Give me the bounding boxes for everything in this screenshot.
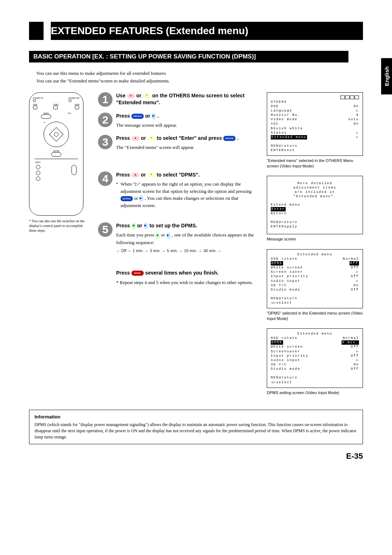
remote-wide-button	[75, 106, 79, 109]
remote-btn-a	[36, 171, 40, 175]
remote-vol-label: VOL	[68, 112, 71, 114]
remote-diagram: POWER ON POWER OFF RGB VIDEO	[29, 92, 83, 216]
bullet-icon: •	[116, 181, 121, 209]
step-3-note: The "Extended menu" screen will appear.	[116, 144, 260, 151]
information-box: Information DPMS (which stands for "disp…	[29, 410, 363, 444]
step-5: 5 Press or to set up the DPMS. Each time…	[98, 222, 260, 253]
step-1: 1 Use or on the OTHERS Menu screen to se…	[98, 92, 260, 107]
remote-menu-label: MENU	[41, 112, 51, 114]
step-4-bullet: When "▷" appears to the right of an opti…	[121, 181, 260, 209]
step-3: 3 Press or to select "Enter" and press E…	[98, 135, 260, 151]
up-button-icon	[131, 173, 139, 177]
step-5-note: Each time you press or , one of the avai…	[116, 231, 260, 246]
osd-icon	[340, 96, 345, 99]
osd-screen-2: More detailed adjustment items are inclu…	[267, 176, 363, 234]
step-5-number: 5	[98, 222, 113, 237]
right-button-icon	[144, 223, 148, 229]
remote-poweron-label: POWER ON	[33, 97, 43, 99]
left-button-icon	[155, 232, 160, 239]
remote-wide-label: WIDE	[75, 104, 79, 106]
step-4-number: 4	[98, 171, 113, 186]
remote-footnote: * You can also use the switches on the d…	[29, 219, 91, 233]
osd-icon	[345, 96, 350, 99]
section-subtitle: BASIC OPERATION [EX. : SETTING UP POWER …	[29, 51, 348, 62]
enter-button-icon: ENTER	[121, 196, 133, 201]
title-bar: EXTENDED FEATURES (Extended menu)	[29, 22, 363, 40]
osd-caption-4: DPMS setting screen (Video Input Mode)	[267, 390, 363, 395]
right-button-icon	[166, 232, 171, 239]
information-title: Information	[34, 414, 358, 420]
remote-vert-button	[72, 165, 77, 175]
remote-shift-button	[36, 165, 40, 169]
information-body: DPMS (which stands for "display power ma…	[34, 422, 358, 440]
remote-poweron-led	[33, 99, 36, 102]
page-number: E-35	[29, 451, 363, 461]
up-button-icon	[131, 136, 139, 141]
language-tab: English	[381, 58, 392, 94]
up-button-icon	[127, 94, 135, 98]
remote-enter-label: ENTER	[51, 150, 62, 152]
remote-rgb-button	[33, 106, 37, 109]
step-2-title: Press ENTER or .	[116, 113, 260, 120]
left-button-icon	[131, 223, 136, 229]
remote-menu-button	[41, 114, 51, 119]
step-3-number: 3	[98, 135, 113, 149]
step-5-sequence: → Off ↔ 1 min. ↔ 3 min. ↔ 5 min. ↔ 10 mi…	[116, 249, 260, 253]
remote-dpad	[44, 122, 69, 147]
osd-screen-3: Extended menuOSD rotateNormal DPMSOff Wh…	[267, 249, 363, 309]
step-4: 4 Press or to select "DPMS". • When "▷" …	[98, 171, 260, 209]
remote-btn-b	[36, 177, 40, 181]
step-finish-title: Press MENU several times when you finish…	[116, 270, 260, 277]
step-2: 2 Press ENTER or . The message screen wi…	[98, 113, 260, 129]
right-button-icon	[152, 113, 156, 119]
osd-caption-2: Message screen	[267, 236, 363, 242]
page-title: EXTENDED FEATURES (Extended menu)	[51, 22, 363, 40]
step-4-title: Press or to select "DPMS".	[116, 171, 260, 179]
osd-icon	[355, 96, 359, 99]
step-1-number: 1	[98, 92, 113, 107]
intro-text: You can use this menu to make adjustment…	[36, 70, 363, 85]
osd-screen-4: Extended menuOSD rotateNormal DPMS5 min.…	[267, 328, 363, 388]
title-block-icon	[29, 22, 44, 40]
step-1-title: Use or on the OTHERS Menu screen to sele…	[116, 92, 260, 106]
step-finish: Press MENU several times when you finish…	[98, 270, 260, 286]
down-button-icon	[143, 94, 151, 98]
menu-button-icon: MENU	[131, 271, 144, 276]
step-finish-note: * Repeat steps 4 and 5 when you wish to …	[116, 279, 260, 286]
enter-button-icon: ENTER	[223, 136, 236, 141]
remote-enter-button	[51, 152, 61, 157]
osd-caption-3: "DPMS" selected in the Extended menu scr…	[267, 311, 363, 321]
remote-rgb-label: RGB	[33, 104, 37, 106]
osd-screen-1: OTHERS OSDOn Language▷ Monitor No.0 Vide…	[267, 92, 363, 156]
osd-icon	[350, 96, 354, 99]
remote-poweroff-label: POWER OFF	[69, 97, 79, 99]
step-3-title: Press or to select "Enter" and press ENT…	[116, 135, 260, 142]
step-2-note: The message screen will appear.	[116, 122, 260, 129]
intro-line-1: You can use this menu to make adjustment…	[36, 70, 363, 77]
remote-video-label: VIDEO	[53, 104, 59, 106]
remote-poweroff-led	[69, 99, 72, 102]
intro-line-2: You can use the "Extended menu"screen to…	[36, 77, 363, 85]
enter-button-icon: ENTER	[131, 114, 144, 119]
down-button-icon	[147, 173, 155, 177]
remote-video-button	[53, 106, 58, 109]
down-button-icon	[147, 136, 155, 141]
step-5-title: Press or to set up the DPMS.	[116, 222, 260, 230]
osd-caption-1: "Extended menu" selected in the OTHERS M…	[267, 158, 363, 169]
right-button-icon	[139, 195, 143, 202]
step-2-number: 2	[98, 113, 113, 127]
